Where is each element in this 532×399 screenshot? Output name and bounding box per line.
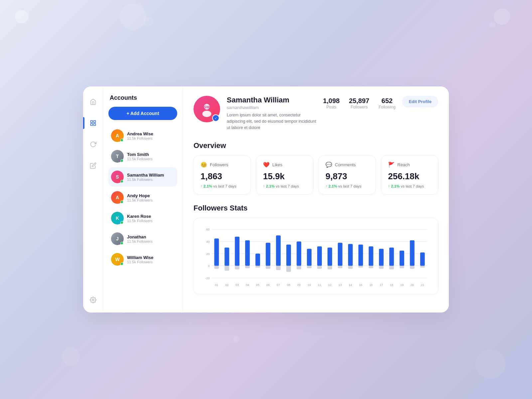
online-indicator [120, 139, 123, 142]
svg-rect-79 [420, 266, 425, 268]
chart-area: 6040200-20010203040506070809101112131415… [200, 223, 431, 290]
trend-arrow: ↑ 2.1% [326, 184, 337, 188]
icon-sidebar [83, 86, 103, 313]
svg-text:09: 09 [297, 283, 301, 287]
svg-text:10: 10 [308, 283, 311, 287]
nav-dashboard[interactable] [87, 117, 99, 129]
svg-rect-55 [338, 266, 342, 268]
svg-rect-25 [235, 266, 239, 270]
svg-text:11: 11 [318, 283, 321, 287]
svg-rect-67 [379, 266, 384, 269]
svg-text:19: 19 [400, 283, 404, 287]
account-followers: 11.5k Followers [127, 219, 153, 223]
account-name: William Wise [127, 255, 153, 260]
svg-rect-45 [307, 249, 312, 266]
account-avatar: S [111, 171, 124, 183]
followers-label: Followers [349, 105, 369, 109]
stat-card-label: Reach [397, 162, 410, 167]
online-indicator [120, 180, 123, 183]
svg-rect-52 [328, 266, 332, 270]
online-indicator [120, 221, 123, 224]
nav-home[interactable] [87, 96, 99, 108]
stat-card-value: 1,863 [200, 171, 244, 182]
svg-text:08: 08 [287, 283, 290, 287]
stat-card-header: 😊 Followers [200, 162, 244, 168]
online-indicator [120, 200, 123, 203]
svg-rect-54 [338, 243, 342, 266]
bg-decoration [143, 17, 153, 27]
svg-text:12: 12 [328, 283, 332, 287]
svg-text:18: 18 [390, 283, 393, 287]
account-info: Andy Hope 11.5k Followers [127, 193, 153, 202]
profile-info: Samantha William samanthawilliam Lorem i… [227, 96, 316, 131]
nav-settings[interactable] [87, 294, 99, 306]
posts-value: 1,098 [323, 97, 339, 105]
stat-posts: 1,098 Posts [323, 97, 339, 109]
nav-refresh[interactable] [87, 138, 99, 150]
account-item[interactable]: S Samantha William 11.5k Followers [108, 167, 177, 187]
account-name: Andy Hope [127, 193, 153, 198]
main-content: SW ✓ Samantha William samanthawilliam Lo… [183, 86, 449, 313]
stat-card-label: Likes [272, 162, 282, 167]
stats-grid: 😊 Followers 1,863 ↑ 2.1% vs last 7 days … [194, 155, 438, 195]
svg-rect-46 [307, 266, 312, 268]
account-item[interactable]: W William Wise 11.5k Followers [108, 250, 177, 269]
account-followers: 11.5k Followers [127, 157, 153, 161]
account-info: Samantha William 11.5k Followers [127, 173, 164, 182]
trend-arrow: ↑ 2.1% [200, 184, 212, 188]
stat-following: 652 Following [379, 97, 396, 109]
stat-card-icon: 😊 [200, 162, 207, 168]
account-info: William Wise 11.5k Followers [127, 255, 153, 264]
overview-card: 🚩 Reach 256.18k ↑ 2.1% vs last 7 days [381, 155, 438, 195]
accounts-list: A Andrea Wise 11.5k Followers T Tom Smit… [108, 126, 177, 269]
svg-rect-72 [400, 251, 404, 266]
account-followers: 11.5k Followers [127, 198, 153, 202]
overview-card: ❤️ Likes 15.9k ↑ 2.1% vs last 7 days [256, 155, 313, 195]
online-indicator [120, 242, 123, 245]
svg-text:60: 60 [206, 228, 209, 231]
svg-text:06: 06 [266, 283, 270, 287]
add-account-button[interactable]: + Add Account [108, 107, 177, 120]
bg-decoration [494, 8, 510, 25]
account-item[interactable]: J Jonathan 11.5k Followers [108, 229, 177, 248]
svg-text:-20: -20 [205, 277, 209, 280]
account-avatar: T [111, 150, 124, 163]
profile-avatar-wrap: SW ✓ [194, 96, 220, 122]
svg-text:15: 15 [359, 283, 362, 287]
bg-decoration [489, 22, 495, 28]
account-name: Jonathan [127, 234, 153, 239]
account-info: Karen Rose 11.5k Followers [127, 214, 153, 223]
accounts-title: Accounts [108, 94, 177, 101]
svg-text:17: 17 [380, 283, 383, 287]
svg-rect-58 [348, 266, 353, 269]
svg-rect-42 [297, 242, 301, 266]
account-item[interactable]: A Andrea Wise 11.5k Followers [108, 126, 177, 145]
svg-rect-78 [420, 252, 425, 266]
account-name: Samantha William [127, 173, 164, 178]
chart-section: Followers Stats 6040200-2001020304050607… [194, 204, 438, 294]
account-name: Tom Smith [127, 152, 153, 157]
accounts-panel: Accounts + Add Account A Andrea Wise 11.… [103, 86, 183, 313]
account-item[interactable]: K Karen Rose 11.5k Followers [108, 208, 177, 228]
account-item[interactable]: A Andy Hope 11.5k Followers [108, 188, 177, 207]
bg-decoration [120, 3, 146, 30]
nav-edit[interactable] [87, 160, 99, 172]
svg-text:04: 04 [246, 283, 249, 287]
account-item[interactable]: T Tom Smith 11.5k Followers [108, 147, 177, 166]
svg-rect-76 [410, 266, 415, 269]
svg-rect-57 [348, 244, 353, 266]
svg-rect-30 [255, 254, 260, 266]
followers-chart: 6040200-20010203040506070809101112131415… [200, 223, 431, 290]
account-info: Tom Smith 11.5k Followers [127, 152, 153, 161]
main-card: Accounts + Add Account A Andrea Wise 11.… [83, 86, 449, 313]
svg-rect-18 [214, 238, 219, 266]
account-avatar: A [111, 129, 124, 142]
svg-rect-48 [317, 246, 322, 266]
bg-decoration [233, 336, 239, 342]
chart-container: 6040200-20010203040506070809101112131415… [194, 218, 438, 294]
account-name: Andrea Wise [127, 131, 153, 136]
verified-badge: ✓ [212, 114, 219, 122]
account-followers: 11.5k Followers [127, 239, 153, 243]
edit-profile-button[interactable]: Edit Profile [402, 96, 438, 107]
svg-text:20: 20 [411, 283, 414, 287]
